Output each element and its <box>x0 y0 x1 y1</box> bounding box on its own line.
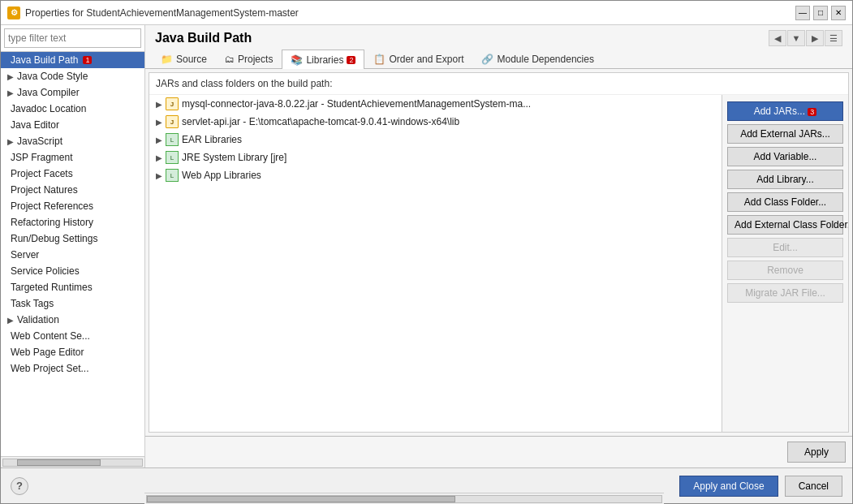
tab-source-label: Source <box>176 54 207 65</box>
main-window: ⚙ Properties for StudentAchievementManag… <box>0 0 853 504</box>
sidebar-item-web-content-settings[interactable]: Web Content Se... <box>1 328 144 344</box>
lib-icon: L <box>166 169 179 182</box>
add-jars-badge: 3 <box>808 108 816 116</box>
tree-expand-arrow: ▶ <box>156 136 162 144</box>
tab-libraries-label: Libraries <box>306 54 343 66</box>
sidebar-item-project-references[interactable]: Project References <box>1 198 144 214</box>
sidebar-item-validation[interactable]: ▶ Validation <box>1 312 144 328</box>
libraries-tab-icon: 📚 <box>291 54 303 66</box>
tab-module-dependencies[interactable]: 🔗 Module Dependencies <box>472 50 602 68</box>
expand-arrow: ▶ <box>7 88 14 97</box>
tab-module-label: Module Dependencies <box>497 54 593 65</box>
add-external-jars-label: Add External JARs... <box>740 128 830 140</box>
build-path-description: JARs and class folders on the build path… <box>149 73 848 95</box>
add-variable-button[interactable]: Add Variable... <box>727 147 843 166</box>
add-jars-button[interactable]: Add JARs... 3 <box>727 101 843 121</box>
sidebar-item-refactoring-history[interactable]: Refactoring History <box>1 214 144 230</box>
help-button[interactable]: ? <box>11 477 28 495</box>
sidebar-item-badge: 1 <box>83 56 92 64</box>
remove-button[interactable]: Remove <box>727 261 843 280</box>
lib-icon: L <box>166 133 179 146</box>
add-class-folder-button[interactable]: Add Class Folder... <box>727 192 843 212</box>
tree-item-jre-library[interactable]: ▶ L JRE System Library [jre] <box>149 149 722 166</box>
content-area: ▶ J mysql-connector-java-8.0.22.jar - St… <box>149 95 848 432</box>
sidebar-item-java-compiler[interactable]: ▶ Java Compiler <box>1 84 144 101</box>
sidebar-item-java-editor[interactable]: Java Editor <box>1 117 144 133</box>
tree-item-label: Web App Libraries <box>182 170 261 181</box>
tree-item-web-app-libraries[interactable]: ▶ L Web App Libraries <box>149 166 722 184</box>
sidebar-item-java-build-path[interactable]: Java Build Path 1 <box>1 52 144 68</box>
sidebar-item-javadoc-location[interactable]: Javadoc Location <box>1 101 144 117</box>
sidebar-scrollbar[interactable] <box>1 456 144 467</box>
sidebar-item-label: Java Build Path <box>11 54 78 66</box>
main-content: Java Build Path 1 ▶ Java Code Style ▶ Ja… <box>1 25 852 467</box>
apply-button[interactable]: Apply <box>787 442 846 463</box>
minimize-button[interactable]: — <box>795 6 810 20</box>
tree-expand-arrow: ▶ <box>156 118 162 127</box>
expand-arrow: ▶ <box>7 72 14 81</box>
nav-dropdown-button[interactable]: ▼ <box>787 30 805 46</box>
sidebar-item-targeted-runtimes[interactable]: Targeted Runtimes <box>1 279 144 295</box>
nav-button-group: ◀ ▼ ▶ ☰ <box>769 30 842 46</box>
cancel-button[interactable]: Cancel <box>785 476 842 497</box>
add-external-jars-button[interactable]: Add External JARs... <box>727 124 843 144</box>
module-tab-icon: 🔗 <box>481 54 493 65</box>
sidebar-scroll-area: Java Build Path 1 ▶ Java Code Style ▶ Ja… <box>1 52 144 456</box>
edit-label: Edit... <box>773 242 798 253</box>
tab-libraries[interactable]: 📚 Libraries 2 <box>282 50 364 69</box>
jar-icon: J <box>166 115 179 128</box>
nav-back-button[interactable]: ◀ <box>769 30 786 46</box>
tab-projects[interactable]: 🗂 Projects <box>216 50 282 68</box>
right-buttons-panel: Add JARs... 3 Add External JARs... Add V… <box>722 95 848 432</box>
sidebar-item-service-policies[interactable]: Service Policies <box>1 263 144 279</box>
sidebar-item-label: Run/Debug Settings <box>11 233 97 244</box>
window-controls: — □ ✕ <box>795 6 846 20</box>
sidebar-item-label: Web Page Editor <box>11 347 84 358</box>
sidebar-item-label: Project Natures <box>11 184 78 196</box>
sidebar-item-web-project-settings[interactable]: Web Project Set... <box>1 360 144 377</box>
sidebar-item-javascript[interactable]: ▶ JavaScript <box>1 133 144 149</box>
sidebar-item-task-tags[interactable]: Task Tags <box>1 295 144 312</box>
tree-item-label: EAR Libraries <box>182 134 242 145</box>
tab-source[interactable]: 📁 Source <box>152 50 216 68</box>
source-tab-icon: 📁 <box>161 54 173 65</box>
tree-item-ear-libraries[interactable]: ▶ L EAR Libraries <box>149 131 722 149</box>
sidebar-item-project-facets[interactable]: Project Facets <box>1 166 144 182</box>
add-variable-label: Add Variable... <box>754 151 817 162</box>
apply-and-close-button[interactable]: Apply and Close <box>679 476 778 497</box>
sidebar-item-run-debug-settings[interactable]: Run/Debug Settings <box>1 230 144 247</box>
edit-button[interactable]: Edit... <box>727 238 843 257</box>
sidebar: Java Build Path 1 ▶ Java Code Style ▶ Ja… <box>1 25 145 467</box>
sidebar-item-java-code-style[interactable]: ▶ Java Code Style <box>1 68 144 84</box>
sidebar-item-jsp-fragment[interactable]: JSP Fragment <box>1 149 144 166</box>
tree-expand-arrow: ▶ <box>156 100 162 109</box>
apply-bar: Apply <box>145 436 852 467</box>
sidebar-item-label: Service Policies <box>11 265 80 277</box>
panel-title: Java Build Path <box>155 31 252 45</box>
tree-item-label: JRE System Library [jre] <box>182 152 286 163</box>
add-library-button[interactable]: Add Library... <box>727 170 843 189</box>
sidebar-item-label: Project References <box>11 200 93 212</box>
migrate-jar-button[interactable]: Migrate JAR File... <box>727 283 843 303</box>
tree-item-mysql-jar[interactable]: ▶ J mysql-connector-java-8.0.22.jar - St… <box>149 95 722 113</box>
close-button[interactable]: ✕ <box>831 6 846 20</box>
sidebar-item-label: Javadoc Location <box>11 103 86 114</box>
sidebar-item-label: Java Compiler <box>17 87 80 98</box>
nav-menu-button[interactable]: ☰ <box>825 30 842 46</box>
sidebar-item-label: Project Facets <box>11 168 73 179</box>
sidebar-item-web-page-editor[interactable]: Web Page Editor <box>1 344 144 360</box>
filter-input[interactable] <box>4 28 141 48</box>
add-jars-label: Add JARs... <box>754 106 805 117</box>
sidebar-item-project-natures[interactable]: Project Natures <box>1 182 144 198</box>
tab-order-export[interactable]: 📋 Order and Export <box>364 50 472 68</box>
sidebar-item-server[interactable]: Server <box>1 247 144 263</box>
add-external-class-folder-button[interactable]: Add External Class Folder... <box>727 215 843 235</box>
sidebar-item-label: Validation <box>17 314 59 325</box>
tab-projects-label: Projects <box>238 54 273 65</box>
sidebar-item-label: JSP Fragment <box>11 152 72 163</box>
tab-libraries-badge: 2 <box>347 56 355 64</box>
tree-item-servlet-jar[interactable]: ▶ J servlet-api.jar - E:\tomcat\apache-t… <box>149 113 722 131</box>
maximize-button[interactable]: □ <box>813 6 828 20</box>
sidebar-item-label: Server <box>11 249 39 261</box>
nav-forward-button[interactable]: ▶ <box>806 30 824 46</box>
